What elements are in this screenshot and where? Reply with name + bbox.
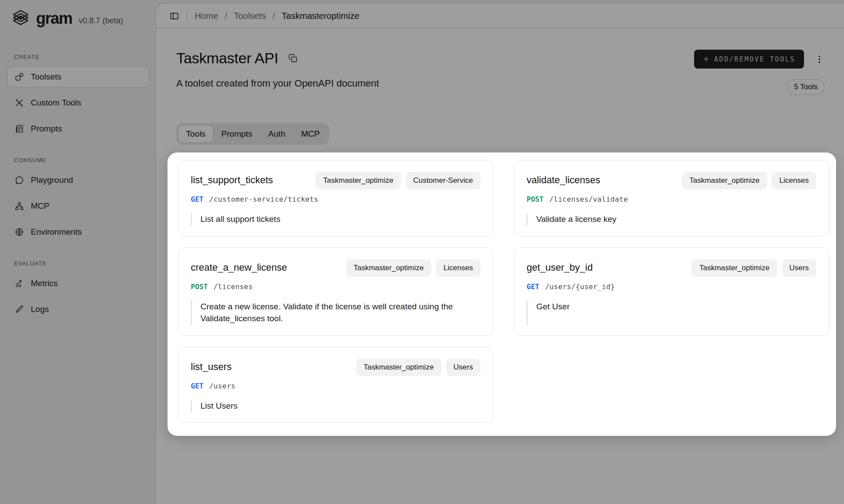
tag-list: Taskmaster_optimizeUsers <box>356 359 480 376</box>
http-method: GET <box>527 283 539 291</box>
tool-card[interactable]: list_users Taskmaster_optimizeUsers GET … <box>178 347 493 423</box>
tag-badge: Users <box>782 259 816 277</box>
tool-card[interactable]: validate_licenses Taskmaster_optimizeLic… <box>514 160 829 236</box>
tools-panel: list_support_tickets Taskmaster_optimize… <box>167 152 836 436</box>
tool-name: create_a_new_license <box>191 259 287 273</box>
tool-description: List all support tickets <box>191 213 480 225</box>
tag-badge: Taskmaster_optimize <box>682 172 767 189</box>
tool-description: Get User <box>527 301 816 325</box>
endpoint: POST /licenses/validate <box>527 195 816 203</box>
endpoint-path: /users <box>209 382 236 390</box>
tool-name: list_users <box>191 359 232 373</box>
endpoint: GET /customer-service/tickets <box>191 195 480 203</box>
http-method: GET <box>191 195 204 203</box>
tag-badge: Taskmaster_optimize <box>316 172 401 189</box>
http-method: POST <box>527 195 544 203</box>
tools-card-grid: list_support_tickets Taskmaster_optimize… <box>178 160 829 423</box>
tag-list: Taskmaster_optimizeLicenses <box>682 172 816 189</box>
tool-card[interactable]: get_user_by_id Taskmaster_optimizeUsers … <box>514 247 829 336</box>
tool-name: validate_licenses <box>527 172 600 186</box>
tool-name: list_support_tickets <box>191 172 273 186</box>
http-method: GET <box>191 382 204 390</box>
endpoint: POST /licenses <box>191 283 480 291</box>
tag-badge: Taskmaster_optimize <box>356 359 441 376</box>
tag-badge: Taskmaster_optimize <box>346 259 431 277</box>
tool-description: List Users <box>191 400 480 412</box>
tag-badge: Licenses <box>436 259 480 277</box>
endpoint-path: /licenses/validate <box>549 195 628 203</box>
tool-description: Create a new license. Validate if the li… <box>191 301 480 325</box>
endpoint-path: /users/{user_id} <box>545 283 615 291</box>
endpoint: GET /users/{user_id} <box>527 283 816 291</box>
tool-description: Validate a license key <box>527 213 816 225</box>
tag-badge: Taskmaster_optimize <box>692 259 777 277</box>
tool-card[interactable]: create_a_new_license Taskmaster_optimize… <box>178 247 493 336</box>
tool-card[interactable]: list_support_tickets Taskmaster_optimize… <box>178 160 493 236</box>
tag-badge: Users <box>446 359 480 376</box>
tag-badge: Customer-Service <box>406 172 480 189</box>
tool-name: get_user_by_id <box>527 259 593 273</box>
endpoint-path: /customer-service/tickets <box>209 195 318 203</box>
endpoint: GET /users <box>191 382 480 390</box>
tag-list: Taskmaster_optimizeCustomer-Service <box>316 172 480 189</box>
endpoint-path: /licenses <box>214 283 253 291</box>
tag-list: Taskmaster_optimizeLicenses <box>346 259 480 277</box>
http-method: POST <box>191 283 208 291</box>
tag-badge: Licenses <box>772 172 816 189</box>
tag-list: Taskmaster_optimizeUsers <box>692 259 816 277</box>
